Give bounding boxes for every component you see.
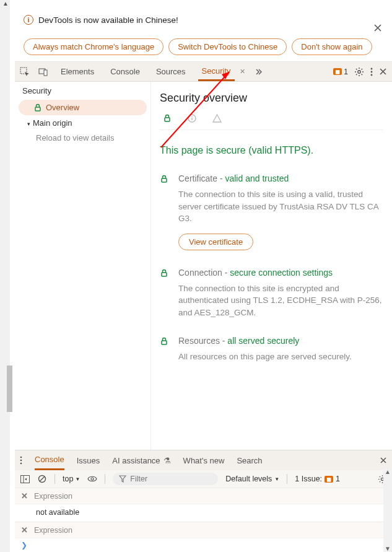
svg-point-3 (358, 70, 360, 72)
security-state-icons (160, 113, 383, 130)
drawer-tab-whats-new[interactable]: What's new (183, 450, 225, 470)
sidebar-title: Security (15, 82, 150, 100)
settings-gear-icon[interactable] (354, 67, 364, 77)
lock-icon (33, 103, 42, 112)
tab-security[interactable]: Security (198, 62, 235, 81)
log-levels-selector[interactable]: Default levels ▼ (225, 475, 279, 483)
issues-count: 1 (336, 475, 340, 483)
svg-rect-7 (35, 107, 40, 111)
expression-label[interactable]: Expression (34, 492, 72, 501)
scroll-arrow-down-icon[interactable]: ▼ (385, 545, 391, 552)
view-certificate-button[interactable]: View certificate (178, 234, 253, 250)
live-expression-row: ✕ Expression (15, 488, 392, 504)
drawer: Console Issues AI assistance ⚗ What's ne… (15, 450, 392, 552)
svg-point-5 (371, 71, 373, 72)
main-tabstrip: Elements Console Sources Security ✕ ◼ 1 (15, 62, 392, 82)
tab-security-close[interactable]: ✕ (240, 68, 245, 76)
drawer-tab-search[interactable]: Search (237, 450, 262, 470)
svg-point-22 (91, 478, 94, 480)
filter-input[interactable]: Filter (113, 473, 218, 485)
flask-icon: ⚗ (163, 456, 171, 465)
lock-icon (160, 175, 170, 250)
resources-block: Resources - all served securely All reso… (160, 336, 383, 363)
expression-label[interactable]: Expression (34, 526, 72, 535)
resources-title: Resources - all served securely (178, 336, 383, 346)
infobar: i DevTools is now available in Chinese! … (15, 0, 392, 62)
inspect-element-icon[interactable] (20, 67, 30, 77)
lock-icon (162, 113, 172, 123)
infobar-close-button[interactable] (373, 24, 382, 32)
dont-show-again-button[interactable]: Don't show again (292, 38, 372, 55)
devtools-close-button[interactable] (379, 68, 387, 76)
console-toolbar: top ▼ Filter Default levels ▼ 1 Issue: ◼… (15, 470, 392, 488)
certificate-desc: The connection to this site is using a v… (178, 188, 383, 225)
live-expression-row: ✕ Expression (15, 522, 392, 538)
connection-block: Connection - secure connection settings … (160, 268, 383, 319)
chevron-down-icon: ▼ (274, 476, 279, 482)
svg-rect-8 (165, 118, 170, 121)
issue-badge-icon: ◼ (333, 68, 342, 75)
warning-triangle-icon (212, 113, 222, 123)
drawer-tab-issues[interactable]: Issues (77, 450, 100, 470)
sidebar-item-label: Overview (46, 103, 79, 112)
live-expression-eye-icon[interactable] (87, 474, 97, 484)
tab-sources[interactable]: Sources (152, 62, 189, 81)
drawer-tab-console[interactable]: Console (35, 450, 64, 470)
tab-elements[interactable]: Elements (57, 62, 98, 81)
device-toolbar-icon[interactable] (38, 67, 48, 77)
svg-point-10 (191, 116, 193, 117)
switch-to-chinese-button[interactable]: Switch DevTools to Chinese (168, 38, 287, 55)
separator (287, 474, 287, 484)
certificate-block: Certificate - valid and trusted The conn… (160, 173, 383, 250)
security-sidebar: Security Overview Main origin Reload to … (15, 82, 151, 450)
sidebar-item-overview[interactable]: Overview (19, 100, 147, 115)
match-language-button[interactable]: Always match Chrome's language (24, 38, 163, 55)
console-prompt[interactable]: ❯ (15, 538, 392, 552)
svg-point-17 (20, 463, 22, 465)
page-scroll-thumb[interactable] (7, 366, 12, 412)
svg-rect-2 (44, 70, 47, 76)
remove-expression-button[interactable]: ✕ (21, 525, 28, 535)
drawer-tab-ai-assistance[interactable]: AI assistance (112, 456, 160, 465)
separator (105, 474, 105, 484)
lock-icon (160, 337, 170, 363)
issues-link[interactable]: 1 Issue: ◼ 1 (295, 475, 340, 483)
drawer-close-button[interactable] (380, 457, 387, 464)
info-icon: i (24, 15, 33, 25)
chevron-down-icon: ▼ (75, 476, 80, 482)
levels-label: Default levels (225, 475, 272, 483)
infobar-message: DevTools is now available in Chinese! (38, 15, 178, 25)
filter-placeholder: Filter (130, 475, 147, 483)
svg-point-16 (20, 460, 22, 462)
kebab-menu-icon[interactable] (370, 67, 373, 77)
clear-console-icon[interactable] (37, 474, 47, 484)
issues-label: 1 Issue: (295, 475, 322, 483)
svg-rect-12 (162, 178, 167, 182)
console-body: ✕ Expression not available ✕ Expression … (15, 488, 392, 552)
drawer-scrollbar[interactable]: ▲ ▼ (383, 468, 392, 552)
certificate-title: Certificate - valid and trusted (178, 173, 383, 183)
funnel-icon (119, 475, 126, 483)
outer-left-gutter (0, 0, 10, 552)
sidebar-reload-hint: Reload to view details (15, 131, 150, 145)
context-label: top (63, 475, 73, 483)
remove-expression-button[interactable]: ✕ (21, 491, 28, 501)
scroll-arrow-up-icon[interactable]: ▲ (385, 468, 391, 475)
tab-console[interactable]: Console (107, 62, 144, 81)
devtools-panel: i DevTools is now available in Chinese! … (15, 0, 392, 552)
console-sidebar-toggle-icon[interactable] (20, 474, 30, 484)
drawer-kebab-icon[interactable] (20, 456, 22, 465)
resources-desc: All resources on this page are served se… (178, 351, 383, 363)
more-tabs-icon[interactable] (254, 67, 264, 77)
context-selector[interactable]: top ▼ (63, 475, 80, 483)
drawer-tabstrip: Console Issues AI assistance ⚗ What's ne… (15, 450, 392, 470)
svg-rect-14 (162, 341, 167, 344)
scroll-arrow-up[interactable]: ▲ (2, 0, 9, 7)
sidebar-item-main-origin[interactable]: Main origin (15, 115, 150, 131)
secure-headline: This page is secure (valid HTTPS). (160, 145, 383, 156)
svg-point-15 (20, 457, 22, 458)
connection-desc: The connection to this site is encrypted… (178, 283, 383, 319)
issues-indicator[interactable]: ◼ 1 (333, 68, 348, 76)
main-area: Security Overview Main origin Reload to … (15, 82, 392, 450)
separator (54, 474, 55, 484)
